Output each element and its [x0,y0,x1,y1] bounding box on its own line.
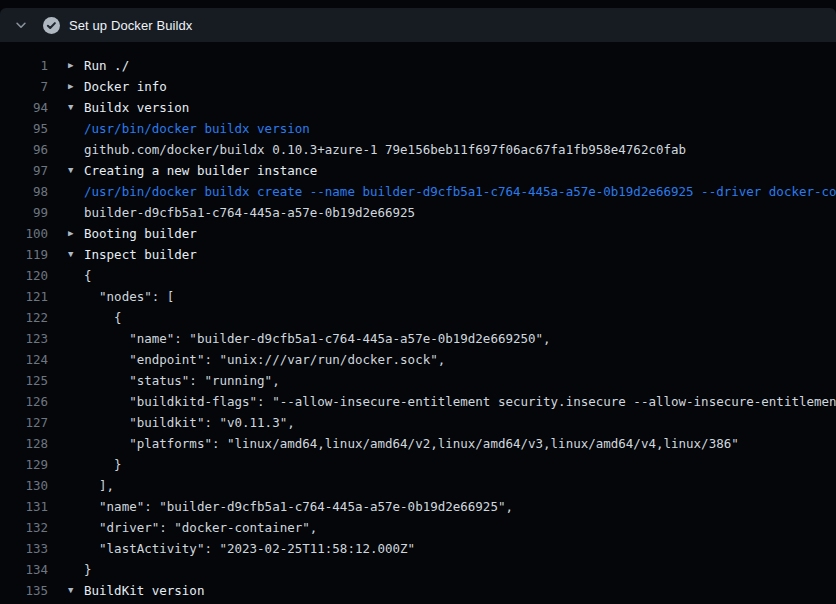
expander-expanded-icon[interactable]: ▼ [68,160,84,181]
check-circle-icon [43,17,60,34]
step-header[interactable]: Set up Docker Buildx [0,8,836,42]
gutter-spacer [68,391,84,412]
log-line: 131 "name": "builder-d9cfb5a1-c764-445a-… [0,496,836,517]
line-number[interactable]: 7 [0,76,48,97]
line-number[interactable]: 129 [0,454,48,475]
line-text: Inspect builder [84,244,197,265]
log-line: 129 } [0,454,836,475]
log-line: 95/usr/bin/docker buildx version [0,118,836,139]
log-line: 134} [0,559,836,580]
log-line: 121 "nodes": [ [0,286,836,307]
line-text: Booting builder [84,223,197,244]
line-text: { [84,265,92,286]
log-line: 128 "platforms": "linux/amd64,linux/amd6… [0,433,836,454]
line-number[interactable]: 133 [0,538,48,559]
line-number[interactable]: 120 [0,265,48,286]
line-number[interactable]: 97 [0,160,48,181]
gutter-spacer [68,454,84,475]
gutter-spacer [68,559,84,580]
expander-collapsed-icon[interactable]: ▶ [68,55,84,76]
log-line: 126 "buildkitd-flags": "--allow-insecure… [0,391,836,412]
line-number[interactable]: 1 [0,55,48,76]
line-number[interactable]: 99 [0,202,48,223]
gutter-spacer [68,265,84,286]
line-text: /usr/bin/docker buildx version [84,118,310,139]
gutter-spacer [68,286,84,307]
log-line: 120{ [0,265,836,286]
log-line: 127 "buildkit": "v0.11.3", [0,412,836,433]
line-number[interactable]: 122 [0,307,48,328]
gutter-spacer [68,475,84,496]
gutter-spacer [68,370,84,391]
line-number[interactable]: 135 [0,580,48,601]
line-text: "status": "running", [84,370,280,391]
line-number[interactable]: 128 [0,433,48,454]
expander-expanded-icon[interactable]: ▼ [68,244,84,265]
line-number[interactable]: 126 [0,391,48,412]
log-group-row[interactable]: 100▶Booting builder [0,223,836,244]
log-line: 98/usr/bin/docker buildx create --name b… [0,181,836,202]
line-text: ], [84,475,114,496]
log-group-row[interactable]: 94▼Buildx version [0,97,836,118]
expander-expanded-icon[interactable]: ▼ [68,580,84,601]
log-line: 123 "name": "builder-d9cfb5a1-c764-445a-… [0,328,836,349]
line-text: } [84,454,122,475]
expander-expanded-icon[interactable]: ▼ [68,97,84,118]
line-text: Docker info [84,76,167,97]
line-number[interactable]: 124 [0,349,48,370]
line-text: "endpoint": "unix:///var/run/docker.sock… [84,349,445,370]
line-number[interactable]: 119 [0,244,48,265]
line-text: "name": "builder-d9cfb5a1-c764-445a-a57e… [84,496,513,517]
gutter-spacer [68,328,84,349]
log-line: 96github.com/docker/buildx 0.10.3+azure-… [0,139,836,160]
line-text: BuildKit version [84,580,204,601]
line-number[interactable]: 132 [0,517,48,538]
gutter-spacer [68,538,84,559]
gutter-spacer [68,202,84,223]
line-text: /usr/bin/docker buildx create --name bui… [84,181,836,202]
expander-collapsed-icon[interactable]: ▶ [68,223,84,244]
log-group-row[interactable]: 7▶Docker info [0,76,836,97]
line-text: { [84,307,122,328]
line-text: "driver": "docker-container", [84,517,317,538]
log-viewer: 1▶Run ./7▶Docker info94▼Buildx version95… [0,55,836,604]
line-text: "buildkitd-flags": "--allow-insecure-ent… [84,391,836,412]
line-number[interactable]: 100 [0,223,48,244]
gutter-spacer [68,433,84,454]
log-line: 125 "status": "running", [0,370,836,391]
line-number[interactable]: 123 [0,328,48,349]
line-number[interactable]: 94 [0,97,48,118]
line-number[interactable]: 127 [0,412,48,433]
step-title: Set up Docker Buildx [69,18,192,33]
line-number[interactable]: 130 [0,475,48,496]
log-line: 133 "lastActivity": "2023-02-25T11:58:12… [0,538,836,559]
line-number[interactable]: 125 [0,370,48,391]
line-text: builder-d9cfb5a1-c764-445a-a57e-0b19d2e6… [84,202,415,223]
line-text: "buildkit": "v0.11.3", [84,412,295,433]
log-group-row[interactable]: 135▼BuildKit version [0,580,836,601]
line-text: "nodes": [ [84,286,174,307]
line-number[interactable]: 95 [0,118,48,139]
gutter-spacer [68,517,84,538]
line-text: github.com/docker/buildx 0.10.3+azure-1 … [84,139,686,160]
log-group-row[interactable]: 97▼Creating a new builder instance [0,160,836,181]
line-number[interactable]: 131 [0,496,48,517]
expander-collapsed-icon[interactable]: ▶ [68,76,84,97]
line-number[interactable]: 121 [0,286,48,307]
log-group-row[interactable]: 1▶Run ./ [0,55,836,76]
line-text: } [84,559,92,580]
line-text: "name": "builder-d9cfb5a1-c764-445a-a57e… [84,328,551,349]
line-number[interactable]: 98 [0,181,48,202]
gutter-spacer [68,307,84,328]
gutter-spacer [68,412,84,433]
log-line: 99builder-d9cfb5a1-c764-445a-a57e-0b19d2… [0,202,836,223]
gutter-spacer [68,496,84,517]
line-number[interactable]: 134 [0,559,48,580]
chevron-down-icon[interactable] [13,17,29,33]
log-line: 130 ], [0,475,836,496]
line-text: "platforms": "linux/amd64,linux/amd64/v2… [84,433,739,454]
line-text: Buildx version [84,97,189,118]
line-number[interactable]: 96 [0,139,48,160]
log-group-row[interactable]: 119▼Inspect builder [0,244,836,265]
gutter-spacer [68,118,84,139]
